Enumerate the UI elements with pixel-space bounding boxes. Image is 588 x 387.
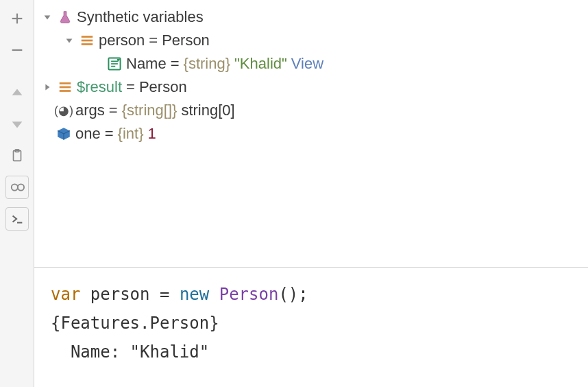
equals: = — [105, 125, 114, 143]
field-type: {string} — [184, 55, 231, 73]
var-name: $result — [77, 78, 122, 96]
equals: = — [160, 285, 169, 304]
up-button[interactable] — [5, 81, 29, 104]
svg-point-7 — [11, 184, 17, 190]
chevron-down-icon[interactable] — [41, 12, 53, 22]
console-line: Name: "Khalid" — [51, 338, 572, 366]
name-label: Name: — [71, 342, 120, 362]
synthetic-variables-node[interactable]: Synthetic variables — [38, 5, 580, 29]
synthetic-variables-label: Synthetic variables — [77, 8, 204, 26]
var-type: {int} — [118, 125, 144, 143]
var-name: args — [75, 102, 105, 119]
var-name: one — [75, 125, 101, 143]
field-label: Name — [126, 55, 167, 73]
watches-button[interactable] — [5, 176, 29, 199]
var-one-node[interactable]: one = {int} 1 — [38, 122, 580, 145]
svg-marker-11 — [66, 38, 73, 43]
param-icon: (◕) — [56, 103, 71, 118]
field-name-node[interactable]: Name = {string} "Khalid" View — [38, 52, 580, 75]
box-icon — [56, 126, 71, 141]
keyword-var: var — [51, 285, 80, 304]
field-icon — [107, 56, 122, 71]
down-button[interactable] — [5, 113, 29, 136]
object-icon — [58, 80, 73, 95]
var-value: string[0] — [181, 102, 234, 119]
var-type: Person — [139, 78, 187, 96]
parens: (); — [278, 285, 308, 304]
keyword-new: new — [180, 285, 209, 304]
chevron-right-icon[interactable] — [41, 82, 53, 92]
console-output: var person = new Person(); {Features.Per… — [34, 267, 588, 387]
svg-marker-3 — [12, 89, 22, 95]
var-args-node[interactable]: (◕) args = {string[]} string[0] — [38, 99, 580, 122]
var-person-node[interactable]: person = Person — [38, 29, 580, 52]
console-line: var person = new Person(); — [51, 280, 572, 309]
console-line: {Features.Person} — [51, 309, 572, 338]
var-type: Person — [162, 32, 210, 49]
var-type: {string[]} — [122, 102, 177, 119]
object-icon — [79, 33, 95, 48]
svg-marker-19 — [45, 84, 49, 91]
view-link[interactable]: View — [291, 55, 323, 73]
var-name: person — [99, 32, 145, 49]
clipboard-button[interactable] — [5, 144, 29, 167]
side-toolbar — [0, 0, 34, 387]
chevron-down-icon[interactable] — [63, 36, 75, 45]
svg-point-8 — [17, 184, 23, 190]
add-button[interactable] — [5, 7, 29, 30]
variables-panel: Synthetic variables person = Person Name… — [34, 0, 588, 267]
var-result-node[interactable]: $result = Person — [38, 75, 580, 99]
equals: = — [109, 102, 118, 119]
svg-marker-4 — [12, 121, 22, 128]
equals: = — [171, 55, 180, 73]
console-button[interactable] — [5, 207, 29, 231]
remove-button[interactable] — [5, 38, 29, 62]
var-value: 1 — [148, 125, 156, 143]
svg-marker-10 — [45, 15, 51, 19]
flask-icon — [58, 10, 73, 25]
identifier: person — [90, 285, 150, 304]
field-value: "Khalid" — [234, 55, 287, 73]
type-name: Person — [219, 285, 279, 304]
equals: = — [126, 78, 135, 96]
equals: = — [149, 32, 158, 49]
name-value: "Khalid" — [130, 342, 210, 362]
